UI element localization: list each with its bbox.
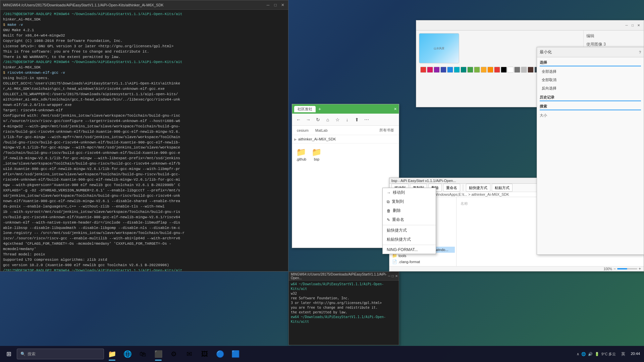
invert-select-btn[interactable]: 反向选择 — [540, 84, 641, 92]
social-folder-2[interactable]: 📁 bsp — [310, 146, 323, 163]
social-refresh-btn[interactable]: ↻ — [314, 115, 322, 124]
terminal-line-39: cv/build-gcc-riscv64-unknown-elf/Xuantie… — [3, 215, 285, 220]
ctx-move-label: 移动到 — [393, 190, 405, 195]
fm-shortcut-btn[interactable]: 贴快捷方式 — [466, 184, 490, 192]
color-swatch-5[interactable] — [454, 67, 460, 73]
select-all-btn[interactable]: 全部选择 — [540, 68, 641, 75]
size-label: 大小 — [540, 112, 641, 119]
to-minimize[interactable]: ─ — [388, 274, 390, 278]
systray-expand[interactable]: ∧ — [577, 352, 579, 356]
ctx-copy-icon: ⧉ — [387, 199, 390, 204]
to-close[interactable]: ✕ — [395, 274, 398, 278]
terminal-overlay-titlebar: MINGW64:/c/Users/28175/Downloads/AiPiEas… — [289, 272, 399, 281]
search-placeholder: 搜索 — [28, 351, 36, 357]
tb-app-mail[interactable]: ✉ — [182, 347, 197, 361]
ctx-move[interactable]: → 移动到 — [383, 188, 436, 197]
color-swatch-4[interactable] — [447, 67, 453, 73]
image-panel-minimize[interactable]: ─ — [624, 23, 629, 28]
color-swatch-13[interactable] — [507, 67, 514, 73]
terminal-main: MINGW64:/c/Users/28175/Downloads/AiPiEas… — [0, 0, 288, 272]
social-tab-add[interactable]: + — [318, 106, 321, 112]
tb-app-chrome[interactable]: 🔵 — [213, 347, 227, 361]
social-more-btn[interactable]: ⋯ — [362, 115, 371, 124]
bm-matlab[interactable]: MatLab — [313, 128, 330, 133]
color-swatch-9[interactable] — [481, 67, 487, 73]
ctx-rename-label: 重命名 — [392, 217, 404, 223]
color-swatch-14[interactable] — [514, 67, 520, 73]
social-forward-btn[interactable]: → — [304, 115, 313, 124]
terminal-main-minimize[interactable]: ─ — [265, 2, 271, 8]
tb-app-terminal[interactable]: ⬛ — [151, 347, 166, 361]
social-back-btn[interactable]: ← — [294, 115, 303, 124]
ctx-paste-mode[interactable]: 粘贴快捷方式 — [383, 235, 436, 244]
to-line-8: ew64 ~/Downloads/AiPiEasyStartV1.1.1/AiP… — [291, 315, 397, 324]
fm-tree-item-10[interactable]: 📄.clang-format — [391, 259, 455, 265]
vscode-icon: 🟦 — [231, 350, 240, 358]
edge-icon: 🌐 — [123, 350, 132, 358]
color-swatch-7[interactable] — [467, 67, 473, 73]
terminal-line-44: 4gcxthead 'CFLAGS_FOR_TARGET=-Os -mcmode… — [3, 241, 285, 247]
terminal-overlay-body[interactable]: w64 ~/Downloads/AiPiEasyStartV1.1.1/AiPi… — [289, 281, 399, 345]
deselect-all-btn[interactable]: 全部取消 — [540, 76, 641, 84]
terminal-line-42: lone-registry -- /src=/mnt/ssd/jenkins_i… — [3, 231, 285, 236]
start-button[interactable]: ⊞ — [1, 347, 16, 361]
to-maximize[interactable]: □ — [392, 274, 394, 278]
social-titlebar: 社区发社 + ✕ — [292, 104, 399, 114]
color-swatch-10[interactable] — [487, 67, 493, 73]
terminal-line-0: /28175@DESKTOP-RADLGP2 MINGW64 ~/Downloa… — [3, 12, 285, 17]
color-swatch-2[interactable] — [434, 67, 440, 73]
terminal-line-21: v/./source/riscv/riscv-gcc/configure --t… — [3, 119, 285, 124]
image-panel-close[interactable]: ✕ — [636, 23, 641, 28]
terminal-main-maximize[interactable]: □ — [273, 2, 278, 8]
ctx-delete[interactable]: 🗑 删除 — [383, 206, 436, 215]
right-sidebar-help[interactable]: ? — [639, 50, 641, 54]
color-swatch-0[interactable] — [420, 67, 426, 73]
social-share-btn[interactable]: ⬆ — [353, 115, 361, 124]
clock[interactable]: 20:44 — [628, 351, 643, 356]
lang-indicator[interactable]: 英 — [619, 351, 627, 357]
ctx-rename[interactable]: ✎ 重命名 — [383, 215, 436, 224]
ctx-copy-label: 复制到 — [392, 199, 404, 204]
bm-allbookmarks[interactable]: 所有书签 — [377, 127, 397, 133]
social-download-btn[interactable]: ↓ — [343, 115, 352, 124]
tb-app-settings[interactable]: ⚙ — [166, 347, 181, 361]
color-swatch-11[interactable] — [494, 67, 500, 73]
fm-rename-btn[interactable]: 重命名 — [443, 184, 460, 192]
color-swatch-16[interactable] — [528, 67, 534, 73]
fm-paste-btn[interactable]: 粘贴方式 — [492, 184, 513, 192]
tb-app-file-explorer[interactable]: 📁 — [105, 347, 119, 361]
taskbar-search[interactable]: 🔍 搜索 — [17, 349, 104, 359]
color-swatch-12[interactable] — [501, 67, 507, 73]
social-path: aithinker_Ai-M6X_SDK — [298, 137, 336, 141]
color-swatch-6[interactable] — [461, 67, 467, 73]
social-folder-1[interactable]: 📁 .github — [295, 146, 308, 163]
tb-app-edge[interactable]: 🌐 — [120, 347, 135, 361]
context-menu: → 移动到 ⧉ 复制到 🗑 删除 ✎ 重命名 贴快捷方式 粘贴快捷方式 NING… — [382, 188, 436, 254]
fm-zoom-in[interactable]: + — [639, 266, 641, 271]
terminal-line-35: sd/jenkins_iotsw/slave/workspace/Toolcha… — [3, 193, 285, 199]
tb-app-vscode[interactable]: 🟦 — [228, 347, 243, 361]
tb-app-photo[interactable]: 🖼 — [197, 347, 212, 361]
social-home-btn[interactable]: ⌂ — [323, 115, 332, 124]
color-swatch-1[interactable] — [427, 67, 433, 73]
social-bookmark-btn[interactable]: ☆ — [333, 115, 342, 124]
social-close[interactable]: ✕ — [394, 107, 397, 111]
color-swatch-3[interactable] — [440, 67, 446, 73]
systray: ∧ 🌐 🔊 🔋 9°C 多云 — [574, 352, 619, 357]
terminal-line-36: nown-elf/Xuantie-900-gcc-elf-newlib-ming… — [3, 199, 285, 204]
social-tab-active[interactable]: 社区发社 — [294, 106, 316, 112]
terminal-main-close[interactable]: ✕ — [280, 2, 285, 8]
image-panel-maximize[interactable]: □ — [630, 23, 635, 28]
tb-app-store[interactable]: 🛍 — [136, 347, 150, 361]
bm-cesium[interactable]: cesium — [294, 128, 311, 133]
ctx-ning-format[interactable]: NING-FORMAT... — [383, 246, 436, 254]
history-header: 历史记录 — [540, 95, 641, 101]
terminal-main-body[interactable]: /28175@DESKTOP-RADLGP2 MINGW64 ~/Downloa… — [0, 10, 288, 271]
terminal-line-48: gcc version 10.2.0 (Xuantie-900 elf newl… — [3, 263, 285, 268]
color-swatch-15[interactable] — [521, 67, 527, 73]
ctx-shortcut[interactable]: 贴快捷方式 — [383, 226, 436, 235]
fm-zoom-out[interactable]: − — [613, 266, 616, 271]
color-swatch-8[interactable] — [474, 67, 480, 73]
ctx-copy[interactable]: ⧉ 复制到 — [383, 197, 436, 206]
select-header: 选择 — [540, 60, 641, 66]
